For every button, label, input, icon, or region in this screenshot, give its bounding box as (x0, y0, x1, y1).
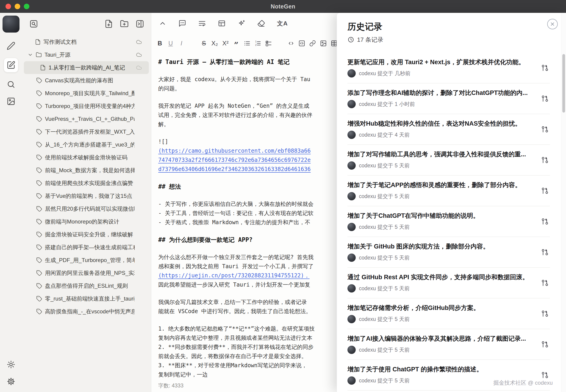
close-window-button[interactable] (5, 4, 11, 9)
tree-item[interactable]: 下一代浏览器插件开发框架_WXT_入门指... (24, 126, 149, 138)
tree-item[interactable]: 前端_Mock_数据方案，我是如何选择的? (24, 164, 149, 177)
history-entry[interactable]: 更新笔记应用，改用 Tauri2 + Next.js，扩展技术栈并优化功能。 c… (347, 53, 550, 84)
tag-icon (36, 257, 42, 263)
layout-icon[interactable] (218, 19, 226, 27)
history-entry-title: 增加了关于笔记APP的感悟和灵感的重要性，删除了部分内容。 (347, 181, 534, 189)
strikethrough-button[interactable]: S (200, 40, 207, 47)
tree-item[interactable]: 高阶摸鱼指南_-_在vscode中悄无声息地... (24, 305, 149, 318)
tree-item-label: 生成_PDF_用_Turborepo_管理，简单的... (45, 256, 135, 264)
close-icon[interactable] (547, 19, 558, 29)
tree-item[interactable]: 基于Vue的前端架构，我做了这15点 (24, 190, 149, 202)
new-note-icon[interactable] (104, 19, 113, 28)
link-icon[interactable] (309, 40, 316, 47)
restore-version-icon[interactable] (541, 249, 549, 256)
tree-item[interactable]: 搭建自己的脚手架—快速生成前端工程 (24, 241, 149, 254)
chevron-down-icon[interactable] (28, 52, 33, 57)
cloud-icon (136, 52, 142, 58)
restore-version-icon[interactable] (541, 371, 549, 379)
restore-version-icon[interactable] (541, 310, 549, 317)
underline-button[interactable]: U (167, 40, 174, 47)
bold-button[interactable]: B (156, 40, 163, 47)
tree-item[interactable]: 微前端与Monorepo的架构设计 (24, 215, 149, 228)
history-entry-meta-row: codexu 提交于 5 天前 (347, 315, 534, 323)
history-entry[interactable]: 增加了关于ChatGPT在写作中辅助功能的说明。 codexu 提交于 5 天前 (347, 206, 550, 237)
tree-item[interactable]: 1.从零打造一款跨端的_AI_笔记 (24, 61, 149, 74)
word-count: 字数: 4333 (158, 382, 188, 389)
task-list-icon[interactable] (265, 40, 272, 47)
scrollbar-thumb[interactable] (562, 54, 565, 112)
numbered-list-icon[interactable]: 12 (254, 40, 261, 47)
history-entry[interactable]: 增加了对写作辅助工具的思考，强调其非侵入性和提供反馈的重... codexu 提… (347, 145, 550, 176)
restore-version-icon[interactable] (541, 187, 549, 194)
tree-item[interactable]: 居然只用20多行代码就可以实现微信聊天... (24, 202, 149, 215)
avatar (347, 223, 356, 231)
restore-version-icon[interactable] (541, 279, 549, 287)
restore-version-icon[interactable] (541, 95, 549, 102)
wrap-text-icon[interactable] (198, 19, 206, 27)
tree-item[interactable]: 盘点那些值得开启的_ESLint_规则 (24, 280, 149, 292)
superscript-button[interactable]: X² (222, 40, 229, 47)
history-entry-meta-row: codexu 提交于 4 天前 (347, 131, 534, 139)
history-entry[interactable]: 添加了写作理念和AI辅助的探讨，删除了对比ChatGPT功能的内... code… (347, 84, 550, 114)
tree-item[interactable]: 掘金滑块验证码安全升级，继续破解 (24, 228, 149, 241)
code-block-icon[interactable] (298, 40, 305, 47)
tree-item[interactable]: Tauri_开源 (24, 48, 149, 61)
tree-item[interactable]: Turborepo_项目使用环境变量的4种方式 (24, 100, 149, 112)
italic-button[interactable]: I (178, 40, 185, 47)
svg-text:1: 1 (255, 40, 257, 43)
zoom-window-button[interactable] (24, 4, 29, 9)
sparkles-icon[interactable] (238, 19, 245, 27)
gallery-icon[interactable] (6, 96, 16, 106)
minimize-window-button[interactable] (15, 4, 20, 9)
bullet-list-icon[interactable] (243, 40, 250, 47)
image-icon[interactable] (320, 40, 327, 47)
history-entry[interactable]: 优化操作流程，减少在不同软件间切换的繁琐步骤。 codexu 提交于 5 天前 (347, 391, 550, 392)
tag-icon (36, 308, 42, 315)
restore-version-icon[interactable] (541, 64, 549, 71)
history-entry[interactable]: 增加关于 GitHub 图床的实现方法，删除部分内容。 codexu 提交于 5… (347, 237, 550, 268)
tree-item-label: 写作测试文档 (43, 38, 135, 46)
tree-item[interactable]: 使用前端技术破解掘金滑块验证码 (24, 151, 149, 164)
scrollbar-track[interactable] (561, 13, 566, 392)
settings-gear-icon[interactable] (6, 377, 16, 387)
restore-version-icon[interactable] (541, 218, 549, 225)
history-entry[interactable]: 通过 GitHub Rest API 实现文件同步，支持多端同步和数据回滚。 c… (347, 268, 550, 298)
blockquote-button[interactable]: ” (233, 40, 240, 47)
tree-item-label: 掘金滑块验证码安全升级，继续破解 (45, 231, 135, 238)
history-entry[interactable]: 增加了关于笔记APP的感悟和灵感的重要性，删除了部分内容。 codexu 提交于… (347, 176, 550, 206)
user-avatar[interactable] (2, 15, 19, 33)
collapse-up-icon[interactable] (159, 19, 167, 27)
tree-item[interactable]: Canvas实现高性能的瀑布图 (24, 74, 149, 87)
history-entry[interactable]: 增加了AI接入编辑器的体验分享及其解决思路，介绍了截图记录... codexu … (347, 329, 550, 360)
history-entry-title: 增加笔记存储需求分析，介绍GitHub同步方案。 (347, 304, 534, 312)
history-entry[interactable]: 增加笔记存储需求分析，介绍GitHub同步方案。 codexu 提交于 5 天前 (347, 298, 550, 329)
chat-icon[interactable] (178, 19, 186, 27)
tree-item[interactable]: 用闲置的阿里云服务器使用_NPS_实现内... (24, 266, 149, 280)
subscript-button[interactable]: X₂ (211, 40, 218, 47)
note-search-icon[interactable] (29, 19, 38, 28)
history-entry[interactable]: 增强对Hub稳定性和持久性的信任，表达对NAS安全性的担忧。 codexu 提交… (347, 114, 550, 145)
inline-code-icon[interactable] (288, 40, 295, 47)
new-folder-icon[interactable] (120, 19, 129, 28)
restore-version-icon[interactable] (541, 341, 549, 348)
tree-item[interactable]: 零_rust_基础前端快速直接上手_tauri_开发... (24, 292, 149, 305)
history-entry-title: 增加关于 GitHub 图床的实现方法，删除部分内容。 (347, 242, 534, 250)
file-tree-list: 写作测试文档 Tauri_开源 1.从零 (22, 36, 151, 318)
tree-item[interactable]: 写作测试文档 (24, 36, 149, 48)
history-entry-meta: codexu 提交于 5 天前 (359, 162, 410, 169)
theme-sun-icon[interactable] (6, 359, 16, 370)
tree-item[interactable]: 生成_PDF_用_Turborepo_管理，简单的... (24, 254, 149, 266)
tree-item[interactable]: 从_16_个方向逐步搭建基于_vue3_的前... (24, 138, 149, 151)
restore-version-icon[interactable] (541, 156, 549, 164)
translate-icon[interactable]: 文A (277, 19, 288, 28)
compose-icon[interactable] (4, 58, 18, 72)
tag-icon (36, 206, 42, 212)
tree-item[interactable]: VuePress_+_Travis_CI_+_Github_Pages... (24, 112, 149, 126)
tree-item[interactable]: 前端使用爬虫技术实现掘金沸点骗赞 (24, 177, 149, 190)
toggle-panel-icon[interactable] (136, 19, 144, 28)
eraser-icon[interactable] (257, 19, 265, 27)
tree-item[interactable]: Monorepo_项目实现共享_Tailwind_配置 (24, 87, 149, 100)
pen-icon[interactable] (6, 41, 16, 51)
search-icon[interactable] (6, 79, 16, 89)
restore-version-icon[interactable] (541, 126, 549, 133)
